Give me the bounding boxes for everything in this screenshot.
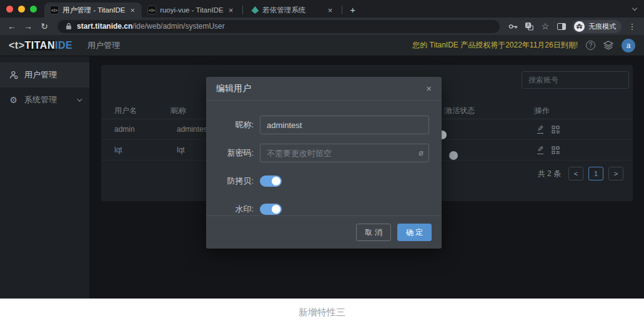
- tab-title: 若依管理系统: [262, 6, 322, 15]
- cell-username: lqt: [114, 146, 171, 154]
- anticopy-label: 防拷贝:: [215, 175, 254, 187]
- edit-user-dialog: 编辑用户 × 昵称: 新密码: ø 防拷贝:: [206, 77, 442, 249]
- column-header-active-status: 激活状态: [444, 107, 534, 115]
- titanide-favicon-icon: [147, 6, 156, 14]
- url-host: start.titanide.cn: [77, 22, 132, 31]
- logo-accent: IDE: [55, 40, 72, 51]
- incognito-label: 无痕模式: [588, 22, 616, 31]
- dialog-title: 编辑用户: [216, 83, 251, 94]
- forward-icon[interactable]: →: [21, 22, 35, 31]
- lock-icon: [65, 19, 72, 33]
- pagination-page-1-button[interactable]: 1: [588, 167, 603, 180]
- tab-title: ruoyi-vue - TitanIDE: [160, 6, 224, 14]
- tab-search-chevron-icon[interactable]: [633, 1, 644, 17]
- dialog-footer: 取 消 确 定: [206, 215, 442, 249]
- password-label: 新密码:: [215, 147, 254, 159]
- cell-username: admin: [114, 125, 171, 134]
- gear-icon: ⚙: [9, 95, 18, 105]
- caption-area: 新增特性三: [0, 299, 644, 326]
- tab-divider: [242, 6, 243, 14]
- zoom-window-icon[interactable]: [30, 6, 37, 12]
- pagination-prev-button[interactable]: <: [568, 167, 583, 180]
- sidebar-item-user-management[interactable]: 用户管理: [0, 62, 89, 87]
- sidebar: 用户管理 ⚙ 系统管理: [0, 56, 89, 299]
- pagination-next-button[interactable]: >: [608, 167, 623, 180]
- watermark-label: 水印:: [215, 204, 254, 215]
- browser-tab-active[interactable]: 用户管理 - TitanIDE ×: [44, 2, 142, 17]
- password-key-icon[interactable]: [506, 19, 520, 33]
- tab-title: 用户管理 - TitanIDE: [62, 6, 126, 15]
- sidebar-item-system-management[interactable]: ⚙ 系统管理: [0, 87, 89, 112]
- url-path: /ide/web/admin/systemUser: [132, 22, 224, 31]
- browser-tab-strip: 用户管理 - TitanIDE × ruoyi-vue - TitanIDE ×…: [0, 0, 644, 17]
- logo-main: TITAN: [25, 40, 55, 51]
- tab-close-icon[interactable]: ×: [129, 6, 137, 14]
- eye-off-icon[interactable]: ø: [419, 148, 424, 157]
- edit-icon[interactable]: [537, 126, 543, 134]
- tab-divider: [342, 6, 342, 14]
- nickname-field-row: 昵称:: [215, 116, 429, 134]
- edit-icon[interactable]: [537, 146, 543, 154]
- translate-icon[interactable]: [522, 19, 536, 33]
- figure: 用户管理 - TitanIDE × ruoyi-vue - TitanIDE ×…: [0, 0, 644, 326]
- browser-window: 用户管理 - TitanIDE × ruoyi-vue - TitanIDE ×…: [0, 0, 644, 299]
- column-header-actions: 操作: [534, 107, 633, 115]
- new-password-input[interactable]: [260, 144, 429, 162]
- layers-icon[interactable]: [603, 41, 613, 50]
- side-panel-icon[interactable]: [555, 19, 568, 33]
- close-window-icon[interactable]: [6, 6, 13, 12]
- browser-tab[interactable]: ruoyi-vue - TitanIDE ×: [142, 2, 240, 17]
- app-header: <t>TITANIDE 用户管理 您的 TitanIDE 产品授权将于2022年…: [0, 35, 644, 56]
- titanide-favicon-icon: [50, 6, 59, 14]
- close-icon[interactable]: ×: [426, 84, 432, 93]
- qrcode-icon[interactable]: [552, 146, 560, 154]
- tab-close-icon[interactable]: ×: [227, 6, 235, 14]
- watermark-toggle[interactable]: [260, 204, 282, 215]
- back-icon[interactable]: ←: [5, 22, 19, 31]
- titanide-logo: <t>TITANIDE: [9, 40, 72, 51]
- pagination-total: 共 2 条: [538, 169, 561, 179]
- macos-traffic-lights: [0, 0, 44, 17]
- tab-close-icon[interactable]: ×: [327, 6, 334, 14]
- avatar[interactable]: a: [622, 39, 635, 52]
- address-bar[interactable]: start.titanide.cn/ide/web/admin/systemUs…: [57, 20, 500, 33]
- confirm-button[interactable]: 确 定: [397, 224, 432, 241]
- nickname-input[interactable]: [260, 116, 429, 134]
- license-warning: 您的 TitanIDE 产品授权将于2022年11月26日到期!: [412, 40, 578, 51]
- logo-prefix: <t>: [9, 40, 25, 51]
- reload-icon[interactable]: ↻: [37, 22, 51, 31]
- new-tab-button[interactable]: +: [345, 4, 360, 17]
- help-icon[interactable]: ?: [586, 41, 595, 50]
- sidebar-item-label: 系统管理: [24, 94, 57, 106]
- chevron-down-icon: [77, 96, 82, 101]
- cancel-button[interactable]: 取 消: [356, 224, 390, 241]
- user-icon: [9, 71, 18, 79]
- pagination: 共 2 条 < 1 >: [538, 167, 623, 180]
- anticopy-toggle[interactable]: [260, 175, 282, 187]
- incognito-badge: 无痕模式: [572, 20, 622, 33]
- anticopy-field-row: 防拷贝:: [215, 172, 429, 190]
- browser-tab[interactable]: 若依管理系统 ×: [245, 2, 339, 17]
- ruoyi-favicon-icon: [251, 6, 259, 14]
- qrcode-icon[interactable]: [552, 126, 560, 134]
- nickname-label: 昵称:: [215, 119, 254, 131]
- url-text: start.titanide.cn/ide/web/admin/systemUs…: [77, 22, 225, 31]
- browser-menu-dots-icon[interactable]: ⋮: [625, 19, 639, 33]
- password-field-row: 新密码: ø: [215, 144, 429, 162]
- bookmark-star-icon[interactable]: ☆: [538, 19, 552, 33]
- dialog-header: 编辑用户 ×: [206, 77, 442, 101]
- incognito-spy-icon: [574, 21, 585, 32]
- figure-caption: 新增特性三: [299, 307, 345, 319]
- column-header-username: 用户名: [114, 106, 171, 116]
- sidebar-item-label: 用户管理: [24, 69, 57, 81]
- search-input[interactable]: [522, 71, 629, 89]
- minimize-window-icon[interactable]: [18, 6, 25, 12]
- browser-toolbar: ← → ↻ start.titanide.cn/ide/web/admin/sy…: [0, 17, 644, 35]
- page-title: 用户管理: [87, 40, 120, 51]
